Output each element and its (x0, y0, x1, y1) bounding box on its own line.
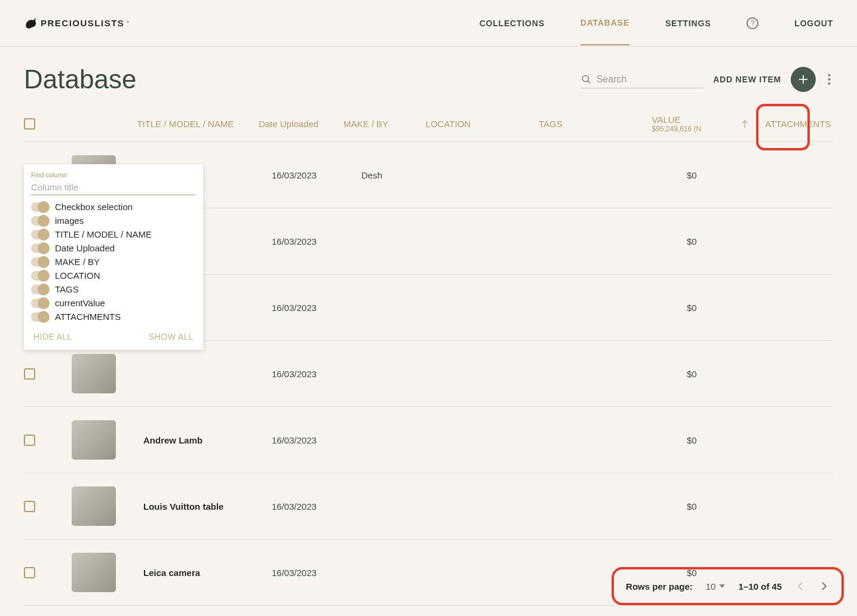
column-toggle-item[interactable]: images (24, 214, 203, 227)
row-make: Desh (361, 170, 448, 180)
column-toggle-item[interactable]: TITLE / MODEL / NAME (24, 227, 203, 241)
toggle-switch[interactable] (31, 257, 49, 267)
nav-collections[interactable]: COLLECTIONS (480, 2, 545, 45)
row-date: 16/03/2023 (272, 236, 361, 247)
col-header-title[interactable]: TITLE / MODEL / NAME (137, 119, 259, 129)
col-header-make[interactable]: MAKE / BY (343, 119, 425, 129)
next-page-button[interactable] (819, 579, 830, 593)
search-icon (581, 73, 592, 85)
row-date: 16/03/2023 (272, 170, 361, 180)
nav-logout[interactable]: LOGOUT (794, 2, 833, 45)
table-row[interactable]: 16/03/2023$0 (24, 341, 833, 407)
add-item-button[interactable] (791, 67, 816, 92)
logo[interactable]: PRECIOUSLISTS ° (24, 16, 129, 31)
toggle-switch[interactable] (31, 271, 49, 281)
column-toggle-item[interactable]: Checkbox selection (24, 200, 203, 214)
nav-settings[interactable]: SETTINGS (665, 2, 711, 45)
column-toggle-item[interactable]: MAKE / BY (24, 255, 203, 269)
row-title: Louis Vuitton table (143, 501, 272, 512)
help-icon[interactable]: ? (747, 17, 758, 29)
toggle-switch[interactable] (31, 298, 49, 308)
col-header-value[interactable]: VALUE $95,249,616 (N (652, 115, 739, 133)
column-toggle-label: images (55, 215, 84, 226)
column-search-input[interactable] (31, 180, 196, 195)
rows-per-page-label: Rows per page: (626, 581, 693, 592)
item-thumbnail[interactable] (72, 553, 116, 592)
more-vertical-icon (828, 73, 831, 85)
column-toggle-label: ATTACHMENTS (55, 312, 121, 322)
column-toggle-label: Date Uploaded (55, 243, 115, 253)
svg-point-4 (828, 74, 831, 76)
bird-icon (24, 16, 38, 31)
toggle-switch[interactable] (31, 244, 49, 253)
row-checkbox[interactable] (24, 435, 35, 446)
column-toggle-label: MAKE / BY (55, 257, 100, 267)
popover-find-label: Find column (24, 171, 203, 178)
svg-point-8 (757, 119, 759, 121)
column-menu-icon[interactable] (756, 119, 759, 130)
row-date: 16/03/2023 (272, 303, 361, 313)
column-toggle-item[interactable]: Date Uploaded (24, 241, 203, 255)
item-thumbnail[interactable] (72, 486, 116, 526)
svg-point-9 (757, 123, 759, 125)
main-nav: COLLECTIONS DATABASE SETTINGS ? LOGOUT (480, 1, 833, 45)
row-value: $0 (687, 501, 779, 512)
row-date: 16/03/2023 (272, 369, 361, 379)
column-toggle-label: TITLE / MODEL / NAME (55, 229, 152, 239)
column-visibility-popover: Find column Checkbox selectionimagesTITL… (24, 164, 203, 350)
chevron-right-icon (821, 581, 827, 591)
column-toggle-label: TAGS (55, 284, 79, 294)
rows-per-page-select[interactable]: 10 (706, 581, 726, 592)
row-value: $0 (687, 435, 779, 445)
page-range: 1–10 of 45 (738, 581, 782, 592)
toggle-switch[interactable] (31, 285, 49, 294)
svg-line-1 (588, 81, 590, 83)
row-value: $0 (687, 303, 779, 313)
column-toggle-item[interactable]: ATTACHMENTS (24, 310, 203, 324)
column-toggle-item[interactable]: LOCATION (24, 269, 203, 282)
chevron-down-icon (719, 584, 725, 588)
toggle-switch[interactable] (31, 312, 49, 322)
column-toggle-item[interactable]: TAGS (24, 282, 203, 296)
prev-page-button[interactable] (795, 579, 806, 593)
show-all-button[interactable]: SHOW ALL (149, 332, 193, 341)
toggle-switch[interactable] (31, 202, 49, 212)
app-header: PRECIOUSLISTS ° COLLECTIONS DATABASE SET… (0, 0, 857, 47)
row-checkbox[interactable] (24, 501, 35, 512)
row-title: Leica camera (143, 568, 272, 578)
svg-point-10 (757, 127, 759, 129)
row-value: $0 (687, 369, 779, 379)
column-toggle-item[interactable]: currentValue (24, 296, 203, 310)
row-checkbox[interactable] (24, 567, 35, 578)
hide-all-button[interactable]: HIDE ALL (33, 332, 72, 341)
column-toggle-label: Checkbox selection (55, 202, 133, 212)
select-all-checkbox[interactable] (24, 118, 35, 130)
header-actions: ADD NEW ITEM (581, 67, 833, 92)
nav-database[interactable]: DATABASE (580, 1, 629, 45)
col-header-attachments[interactable]: ATTACHMENTS (765, 119, 833, 129)
col-header-location[interactable]: LOCATION (426, 119, 539, 129)
row-title: Andrew Lamb (143, 435, 272, 445)
column-toggle-label: currentValue (55, 298, 105, 308)
column-toggle-label: LOCATION (55, 270, 100, 281)
row-checkbox[interactable] (24, 368, 35, 380)
toggle-switch[interactable] (31, 230, 49, 239)
row-value: $0 (687, 170, 779, 180)
sort-ascending-icon[interactable] (739, 119, 750, 130)
page-header: Database ADD NEW ITEM (0, 47, 857, 106)
toggle-switch[interactable] (31, 216, 49, 226)
col-header-date[interactable]: Date Uploaded (259, 119, 343, 129)
more-menu-button[interactable] (825, 71, 833, 88)
item-thumbnail[interactable] (72, 420, 116, 460)
table-row[interactable]: Andrew Lamb16/03/2023$0 (24, 407, 833, 473)
table-row[interactable]: Louis Vuitton table16/03/2023$0 (24, 473, 833, 540)
page-title: Database (24, 64, 136, 94)
brand-text: PRECIOUSLISTS (41, 18, 124, 28)
row-date: 16/03/2023 (272, 568, 361, 578)
col-header-tags[interactable]: TAGS (539, 119, 652, 129)
svg-point-5 (828, 78, 831, 81)
chevron-left-icon (797, 581, 803, 591)
search-input[interactable] (597, 74, 704, 85)
item-thumbnail[interactable] (72, 354, 116, 393)
search-field[interactable] (581, 71, 704, 88)
